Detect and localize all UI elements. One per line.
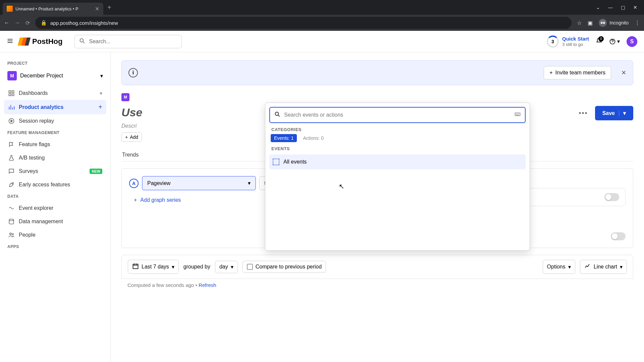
sidebar-item-event-explorer[interactable]: Event explorer (4, 201, 106, 215)
computed-label: Computed a few seconds ago • (127, 282, 199, 288)
flag-icon (8, 141, 15, 148)
quick-start-count: 3 (551, 39, 554, 44)
extension-icon[interactable]: ▣ (588, 20, 593, 26)
sidebar-item-ab-testing[interactable]: A/B testing (4, 151, 106, 165)
chevron-down-icon[interactable]: ⌄ (596, 5, 600, 10)
invite-label: Invite team members (555, 70, 605, 76)
minimize-icon[interactable]: ― (608, 5, 613, 10)
sidebar-item-feature-flags[interactable]: Feature flags (4, 138, 106, 151)
refresh-link[interactable]: Refresh (199, 282, 216, 288)
bars-icon (8, 104, 15, 111)
maximize-icon[interactable]: ▢ (621, 5, 625, 10)
sidebar-item-dashboards[interactable]: Dashboards ▾ (4, 86, 106, 100)
popover-events-label: EVENTS (269, 142, 526, 153)
back-icon[interactable]: ← (4, 20, 9, 26)
more-button[interactable]: ••• (575, 107, 592, 119)
sidebar-item-label: Surveys (19, 168, 38, 174)
chip-actions[interactable]: Actions: 0 (300, 134, 327, 142)
event-select[interactable]: Pageview ▾ (142, 176, 256, 190)
interval-label: day (219, 264, 228, 270)
hamburger-icon[interactable] (7, 38, 13, 46)
flask-icon (8, 155, 15, 161)
keyboard-icon (514, 111, 521, 119)
add-tag-button[interactable]: + Add (121, 132, 142, 142)
filter-internal-toggle[interactable] (604, 193, 619, 201)
popover-search-field[interactable] (284, 112, 511, 118)
logo-text: PostHog (32, 37, 62, 46)
global-search-input[interactable]: Search... (74, 35, 182, 48)
quick-start[interactable]: 3 Quick Start 3 still to go (547, 36, 589, 48)
plus-icon: + (125, 134, 128, 140)
chart-type-select[interactable]: Line chart ▾ (580, 260, 627, 274)
sidebar-item-people[interactable]: People (4, 228, 106, 242)
save-label: Save (602, 110, 615, 116)
svg-point-16 (275, 112, 278, 115)
chat-icon (8, 168, 15, 175)
new-tab-button[interactable]: + (107, 4, 111, 11)
date-range-select[interactable]: Last 7 days ▾ (128, 260, 179, 274)
sidebar-item-data-management[interactable]: Data management (4, 215, 106, 228)
chip-events[interactable]: Events: 1 (271, 134, 297, 142)
plus-icon[interactable]: + (98, 103, 102, 111)
chevron-down-icon: ▾ (568, 264, 571, 270)
interval-select[interactable]: day ▾ (215, 261, 238, 273)
favicon-icon (7, 6, 13, 12)
search-icon (79, 38, 86, 46)
url-field[interactable]: 🔒 app.posthog.com/insights/new (35, 17, 572, 29)
search-placeholder: Search... (89, 39, 110, 45)
plus-icon: + (549, 70, 552, 76)
options-label: Options (547, 264, 566, 270)
main-content: i + Invite team members ✕ M M Use ••• Sa… (111, 52, 644, 362)
tab-close-icon[interactable]: ✕ (95, 6, 99, 12)
save-button[interactable]: Save ▾ (595, 106, 633, 120)
compare-checkbox[interactable]: Compare to previous period (243, 261, 326, 273)
project-selector[interactable]: M December Project ▾ (4, 68, 106, 83)
notifications-button[interactable]: 0 (596, 38, 602, 46)
options-select[interactable]: Options ▾ (543, 260, 575, 274)
incognito-label: Incognito (609, 20, 629, 25)
sampling-toggle[interactable] (611, 232, 626, 240)
series-badge: A (129, 179, 139, 188)
logo-icon (18, 38, 31, 46)
event-select-label: Pageview (147, 180, 170, 186)
help-button[interactable]: ▾ (609, 38, 620, 45)
user-avatar[interactable]: S (627, 36, 637, 47)
rocket-icon (8, 181, 15, 188)
sidebar-section-data: DATA (4, 191, 106, 201)
chevron-down-icon: ▾ (620, 264, 623, 270)
sidebar-item-product-analytics[interactable]: Product analytics + (4, 100, 106, 114)
reload-icon[interactable]: ⟳ (25, 20, 30, 26)
address-bar: ← → ⟳ 🔒 app.posthog.com/insights/new ☆ ▣… (0, 15, 644, 31)
kebab-icon[interactable]: ⋮ (635, 20, 640, 26)
invite-team-button[interactable]: + Invite team members (544, 66, 611, 79)
close-icon[interactable]: ✕ (621, 69, 626, 76)
browser-tab[interactable]: Unnamed • Product analytics • P ✕ (3, 3, 103, 15)
line-chart-icon (584, 263, 591, 271)
app-top-bar: PostHog Search... 3 Quick Start 3 still … (0, 31, 644, 52)
popover-search-input[interactable] (269, 107, 526, 123)
sidebar-item-early-access[interactable]: Early access features (4, 178, 106, 191)
forward-icon[interactable]: → (15, 20, 20, 26)
page-title[interactable]: Use (121, 106, 142, 119)
breadcrumb[interactable]: M M (121, 93, 633, 101)
date-range-label: Last 7 days (142, 264, 169, 270)
plus-icon: + (134, 197, 137, 203)
sidebar-item-session-replay[interactable]: Session replay (4, 114, 106, 128)
search-icon (274, 111, 281, 119)
popover-item-all-events[interactable]: All events (269, 155, 526, 169)
svg-rect-15 (133, 264, 138, 268)
grouped-by-label: grouped by (183, 264, 210, 270)
star-icon[interactable]: ☆ (577, 20, 582, 26)
quick-start-ring: 3 (547, 36, 559, 48)
sidebar-item-label: A/B testing (19, 155, 45, 161)
computed-text: Computed a few seconds ago • Refresh (121, 279, 633, 288)
logo[interactable]: PostHog (19, 37, 62, 46)
sidebar-item-label: Session replay (19, 118, 54, 124)
sidebar-item-surveys[interactable]: Surveys NEW (4, 165, 106, 178)
tab-trends[interactable]: Trends (121, 148, 139, 161)
svg-point-8 (9, 219, 13, 221)
info-banner: i + Invite team members ✕ (121, 60, 633, 85)
svg-rect-17 (515, 113, 520, 116)
nav-buttons: ← → ⟳ (4, 20, 30, 26)
close-window-icon[interactable]: ✕ (633, 5, 637, 10)
